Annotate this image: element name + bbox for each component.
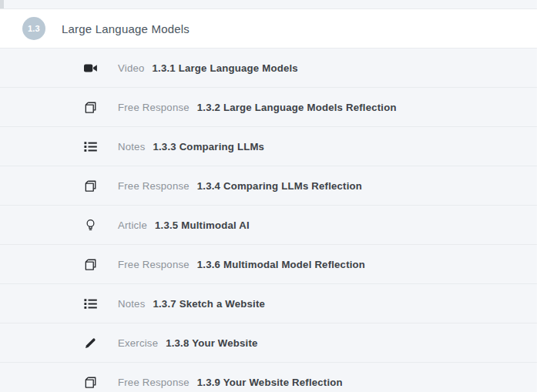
lesson-type-label: Free Response [118, 180, 190, 192]
list-icon [83, 297, 97, 310]
lesson-title: 1.3.6 Multimodal Model Reflection [197, 259, 365, 270]
lesson-title: 1.3.3 Comparing LLMs [153, 141, 264, 152]
lesson-row[interactable]: Video 1.3.1 Large Language Models [0, 49, 537, 88]
module-header-row[interactable]: 1.3 Large Language Models [0, 9, 537, 49]
copy-icon [83, 100, 97, 114]
list-icon [83, 139, 97, 153]
video-icon [83, 61, 97, 75]
lesson-row[interactable]: Notes 1.3.3 Comparing LLMs [0, 127, 537, 166]
lesson-type-label: Article [118, 219, 147, 231]
lesson-row[interactable]: Free Response 1.3.9 Your Website Reflect… [0, 363, 537, 392]
lesson-type-label: Notes [118, 141, 145, 152]
lesson-type-label: Video [118, 62, 145, 74]
lesson-title: 1.3.4 Comparing LLMs Reflection [197, 180, 362, 192]
lesson-row[interactable]: Free Response 1.3.2 Large Language Model… [0, 88, 537, 127]
lesson-type-label: Free Response [118, 377, 190, 388]
lesson-title: 1.3.9 Your Website Reflection [197, 377, 343, 388]
module-number-badge: 1.3 [22, 17, 45, 40]
lesson-type-label: Free Response [118, 259, 190, 270]
lesson-row[interactable]: Article 1.3.5 Multimodal AI [0, 206, 537, 245]
scroll-notch [0, 0, 4, 8]
module-title: Large Language Models [62, 22, 190, 35]
previous-row-edge [0, 0, 537, 9]
lesson-title: 1.3.8 Your Website [166, 337, 257, 349]
lesson-title: 1.3.5 Multimodal AI [155, 219, 250, 231]
copy-icon [83, 375, 97, 389]
copy-icon [83, 257, 97, 271]
copy-icon [83, 179, 97, 193]
lesson-row[interactable]: Free Response 1.3.4 Comparing LLMs Refle… [0, 166, 537, 206]
lesson-title: 1.3.7 Sketch a Website [153, 298, 265, 310]
lightbulb-icon [83, 218, 97, 232]
lesson-row[interactable]: Notes 1.3.7 Sketch a Website [0, 284, 537, 323]
lesson-title: 1.3.1 Large Language Models [153, 62, 298, 74]
lesson-row[interactable]: Exercise 1.3.8 Your Website [0, 323, 537, 363]
lesson-type-label: Free Response [118, 102, 190, 113]
lesson-row[interactable]: Free Response 1.3.6 Multimodal Model Ref… [0, 245, 537, 284]
lesson-type-label: Notes [118, 298, 145, 310]
lesson-list: Video 1.3.1 Large Language Models Free R… [0, 49, 537, 392]
lesson-title: 1.3.2 Large Language Models Reflection [197, 102, 397, 113]
curriculum-section: 1.3 Large Language Models Video 1.3.1 La… [0, 0, 540, 392]
lesson-table: 1.3 Large Language Models Video 1.3.1 La… [0, 0, 537, 392]
lesson-type-label: Exercise [118, 337, 158, 349]
pencil-icon [83, 336, 97, 350]
